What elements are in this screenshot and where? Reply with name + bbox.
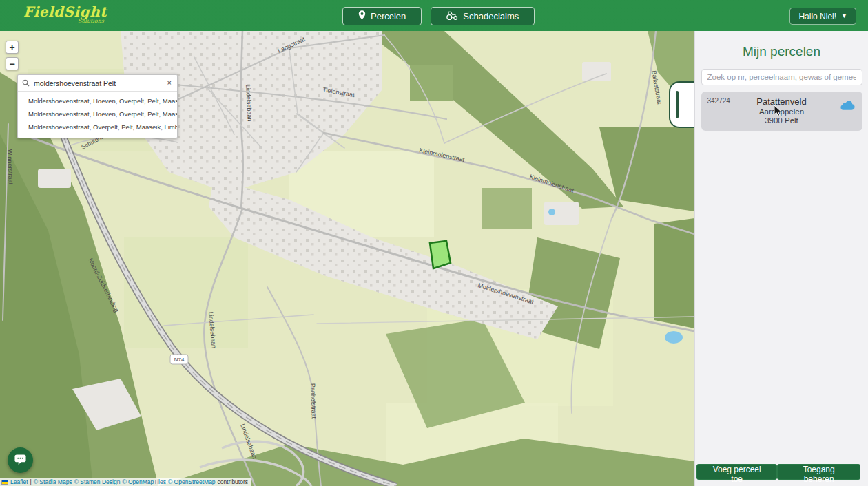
chat-button[interactable]: [8, 447, 33, 473]
ukraine-flag-icon: [1, 480, 8, 485]
parcel-list-item[interactable]: 342724 Patattenveld Aardappelen 3900 Pel…: [701, 92, 862, 131]
top-navbar: FieldSight Solutions Percelen: [0, 0, 868, 31]
sidebar-title: Mijn percelen: [695, 44, 868, 59]
parcel-crop: Aardappelen: [707, 107, 857, 116]
attribution-suffix: contributors: [218, 478, 248, 485]
logo-title: FieldSight: [23, 4, 107, 19]
percelen-label: Percelen: [371, 11, 406, 21]
map-search-panel: × Moldershoevenstraat, Hoeven, Overpelt,…: [17, 74, 178, 138]
handle-bar-icon: [676, 91, 679, 118]
parcel-id: 342724: [707, 97, 730, 105]
attribution-separator: |: [30, 478, 32, 485]
map-pin-icon: [358, 10, 366, 22]
tractor-icon: [446, 11, 458, 22]
road-number-label: N74: [174, 357, 185, 363]
parcel-location: 3900 Pelt: [707, 116, 857, 125]
chevron-down-icon: ▼: [841, 13, 847, 19]
close-icon[interactable]: ×: [166, 79, 173, 87]
schadeclaims-label: Schadeclaims: [463, 11, 519, 21]
user-menu-button[interactable]: Hallo Niel! ▼: [789, 8, 856, 25]
chat-bubble-icon: [14, 454, 27, 467]
map-canvas[interactable]: Langstraat Tielenstraat Lindelsebaan Kle…: [0, 31, 694, 486]
add-parcel-button[interactable]: Voeg perceel toe: [696, 464, 777, 480]
zoom-out-button[interactable]: −: [6, 57, 19, 70]
app-logo: FieldSight Solutions: [23, 4, 107, 24]
openstreetmap-link[interactable]: © OpenStreetMap: [168, 478, 216, 485]
street-label: Winnerstraat: [6, 149, 14, 185]
search-suggestion[interactable]: Moldershoevenstraat, Hoeven, Overpelt, P…: [18, 94, 177, 107]
leaflet-link[interactable]: Leaflet: [10, 478, 28, 485]
parcel-search-input[interactable]: [701, 69, 862, 85]
road-number-badge: N74: [170, 355, 188, 364]
zoom-in-button[interactable]: +: [6, 41, 19, 54]
street-label: Panhofstraat: [309, 383, 318, 419]
stamen-design-link[interactable]: © Stamen Design: [74, 478, 121, 485]
map-zoom-controls: + −: [6, 41, 19, 70]
highlighted-parcel-polygon[interactable]: [430, 241, 451, 268]
search-suggestion[interactable]: Moldershoevenstraat, Hoeven, Overpelt, P…: [18, 107, 177, 120]
parcels-sidebar: Mijn percelen 342724 Patattenveld Aardap…: [694, 31, 868, 486]
openmaptiles-link[interactable]: © OpenMapTiles: [122, 478, 166, 485]
map-search-input[interactable]: [34, 79, 166, 87]
map-search-row: ×: [18, 75, 177, 92]
sidebar-collapse-handle[interactable]: [669, 81, 694, 128]
app-root: FieldSight Solutions Percelen: [0, 0, 868, 486]
search-icon: [22, 77, 30, 89]
search-suggestion[interactable]: Moldershoevenstraat, Overpelt, Pelt, Maa…: [18, 120, 177, 134]
main-nav: Percelen Schadeclaims: [342, 7, 535, 25]
user-greeting: Hallo Niel!: [798, 12, 836, 21]
search-suggestions: Moldershoevenstraat, Hoeven, Overpelt, P…: [18, 92, 177, 138]
manage-access-button[interactable]: Toegang beheren: [777, 464, 860, 480]
map-attribution: Leaflet | © Stadia Maps © Stamen Design …: [0, 478, 251, 486]
cloud-icon: [839, 98, 856, 113]
stadia-maps-link[interactable]: © Stadia Maps: [34, 478, 72, 485]
sidebar-footer: Voeg perceel toe Toegang beheren: [695, 464, 868, 480]
schadeclaims-button[interactable]: Schadeclaims: [431, 7, 535, 25]
percelen-button[interactable]: Percelen: [342, 7, 422, 25]
